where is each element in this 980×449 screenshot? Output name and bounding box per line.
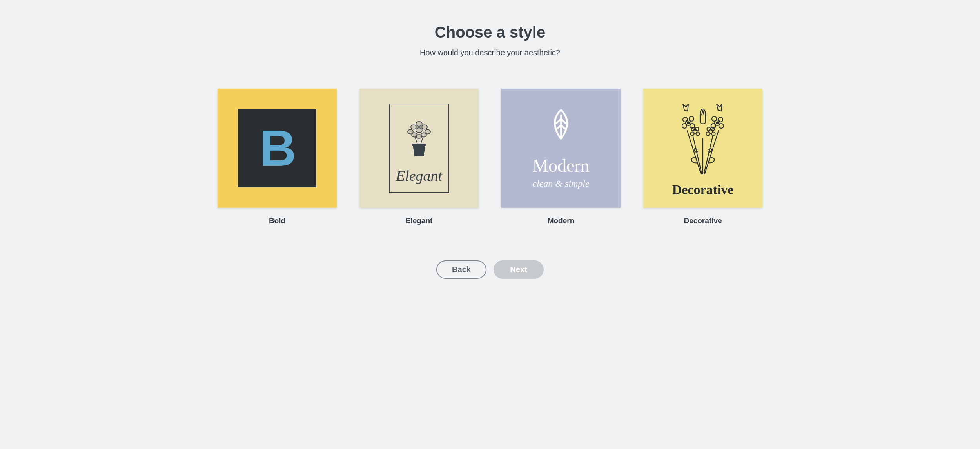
style-label-decorative: Decorative <box>684 216 722 225</box>
style-card-bold-tile: B <box>218 89 337 208</box>
svg-point-42 <box>712 132 715 136</box>
wizard-buttons-row: Back Next <box>436 260 544 279</box>
svg-point-1 <box>411 125 416 129</box>
style-label-modern: Modern <box>548 216 575 225</box>
back-button[interactable]: Back <box>436 260 486 279</box>
modern-card-subtitle: clean & simple <box>532 178 589 189</box>
style-card-elegant-tile: Elegant <box>359 89 479 208</box>
svg-line-22 <box>705 131 719 174</box>
decorative-card-title: Decorative <box>672 182 734 197</box>
svg-point-41 <box>706 132 710 136</box>
svg-point-28 <box>688 122 690 124</box>
flower-bouquet-icon <box>673 99 732 179</box>
svg-point-30 <box>719 124 724 128</box>
svg-point-0 <box>416 122 422 126</box>
style-card-modern[interactable]: Modern clean & simple Modern <box>501 89 621 225</box>
style-label-bold: Bold <box>269 216 285 225</box>
style-card-decorative-tile: Decorative <box>643 89 762 208</box>
svg-line-21 <box>687 131 701 174</box>
potted-plant-icon <box>401 112 437 160</box>
svg-point-36 <box>691 132 694 136</box>
bold-letter-b-icon: B <box>260 119 295 178</box>
svg-point-37 <box>696 132 700 136</box>
svg-rect-12 <box>412 144 426 146</box>
style-cards-row: B Bold <box>218 89 762 225</box>
page-subtitle: How would you describe your aesthetic? <box>420 48 560 57</box>
leaf-icon <box>548 107 573 147</box>
page-title: Choose a style <box>435 24 545 41</box>
svg-line-19 <box>693 136 702 174</box>
style-card-decorative[interactable]: Decorative Decorative <box>643 89 762 225</box>
modern-card-title: Modern <box>532 155 590 176</box>
svg-point-8 <box>416 135 422 138</box>
svg-point-31 <box>718 117 723 122</box>
svg-point-25 <box>683 117 688 122</box>
next-button[interactable]: Next <box>494 260 544 279</box>
svg-point-32 <box>712 116 717 121</box>
svg-line-20 <box>704 136 713 174</box>
svg-line-11 <box>421 137 423 144</box>
svg-point-2 <box>422 125 427 129</box>
style-label-elegant: Elegant <box>406 216 433 225</box>
svg-point-26 <box>689 116 694 121</box>
svg-point-34 <box>717 122 719 124</box>
style-card-bold[interactable]: B Bold <box>218 89 337 225</box>
svg-point-24 <box>682 124 687 128</box>
bold-inner-square: B <box>238 109 316 187</box>
elegant-frame: Elegant <box>389 104 449 193</box>
svg-point-5 <box>416 128 422 133</box>
elegant-script-text: Elegant <box>396 167 442 184</box>
style-card-elegant[interactable]: Elegant Elegant <box>359 89 479 225</box>
svg-line-10 <box>415 137 417 144</box>
style-card-modern-tile: Modern clean & simple <box>501 89 621 208</box>
